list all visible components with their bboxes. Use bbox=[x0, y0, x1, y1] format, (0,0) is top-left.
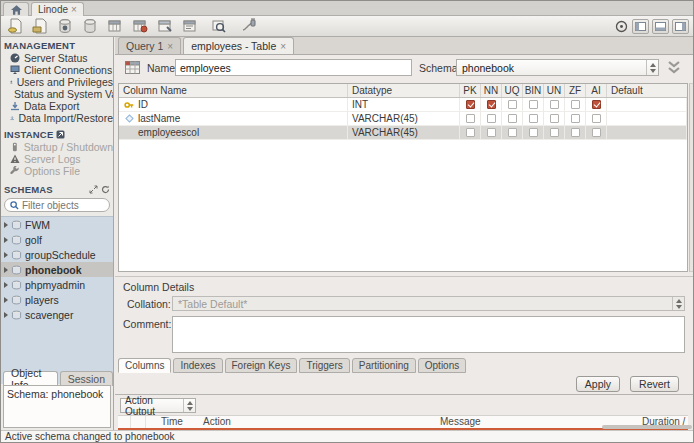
close-tab-icon[interactable]: × bbox=[167, 41, 173, 52]
sidebar-item-status-system-variables[interactable]: Status and System Variables bbox=[1, 88, 113, 100]
header-un[interactable]: UN bbox=[544, 84, 565, 97]
schema-filter-input[interactable] bbox=[22, 200, 102, 211]
create-routine-button[interactable] bbox=[181, 18, 199, 35]
close-tab-icon[interactable]: × bbox=[280, 41, 286, 52]
ai-checkbox[interactable] bbox=[592, 114, 601, 123]
tab-options[interactable]: Options bbox=[418, 358, 466, 373]
expander-icon[interactable] bbox=[4, 297, 8, 303]
sidebar-item-users-privileges[interactable]: Users and Privileges bbox=[1, 76, 113, 88]
new-sql-tab-button[interactable] bbox=[6, 18, 24, 35]
expander-icon[interactable] bbox=[4, 282, 8, 288]
nn-checkbox[interactable] bbox=[487, 114, 496, 123]
header-time[interactable]: Time bbox=[146, 416, 199, 428]
header-datatype[interactable]: Datatype bbox=[348, 84, 460, 97]
schema-row-golf[interactable]: golf bbox=[1, 232, 113, 247]
un-checkbox[interactable] bbox=[550, 128, 559, 137]
column-row-employeescol[interactable]: employeescol VARCHAR(45) bbox=[119, 126, 687, 140]
header-bin[interactable]: BIN bbox=[523, 84, 544, 97]
cell-zf[interactable] bbox=[565, 112, 586, 125]
cell-nn[interactable] bbox=[481, 126, 502, 139]
revert-button[interactable]: Revert bbox=[630, 376, 679, 392]
sidebar-item-options-file[interactable]: Options File bbox=[1, 165, 113, 177]
uq-checkbox[interactable] bbox=[508, 114, 517, 123]
spinner-icon[interactable] bbox=[646, 60, 658, 75]
cell-uq[interactable] bbox=[502, 98, 523, 111]
create-schema-button[interactable] bbox=[56, 18, 74, 35]
cell-pk[interactable] bbox=[460, 112, 481, 125]
comment-textarea[interactable] bbox=[172, 316, 685, 353]
reconnect-dbms-button[interactable] bbox=[239, 18, 257, 35]
schema-row-players[interactable]: players bbox=[1, 292, 113, 307]
search-table-data-button[interactable] bbox=[210, 18, 228, 35]
open-sql-script-button[interactable] bbox=[31, 18, 49, 35]
schema-row-phpmyadmin[interactable]: phpmyadmin bbox=[1, 277, 113, 292]
tab-indexes[interactable]: Indexes bbox=[173, 358, 222, 373]
schema-select[interactable]: phonebook bbox=[456, 59, 659, 76]
spinner-icon[interactable] bbox=[672, 297, 684, 310]
header-uq[interactable]: UQ bbox=[502, 84, 523, 97]
cell-bin[interactable] bbox=[523, 126, 544, 139]
tab-partitioning[interactable]: Partitioning bbox=[352, 358, 416, 373]
bin-checkbox[interactable] bbox=[529, 114, 538, 123]
cell-bin[interactable] bbox=[523, 112, 544, 125]
schema-row-phonebook[interactable]: phonebook bbox=[1, 262, 113, 277]
cell-datatype[interactable]: VARCHAR(45) bbox=[348, 112, 460, 125]
table-name-input[interactable] bbox=[175, 59, 412, 76]
header-column-name[interactable]: Column Name bbox=[119, 84, 348, 97]
connection-tab-linode[interactable]: Linode × bbox=[31, 2, 84, 16]
uq-checkbox[interactable] bbox=[508, 128, 517, 137]
cell-default[interactable] bbox=[607, 126, 687, 139]
expander-icon[interactable] bbox=[4, 222, 8, 228]
output-horizontal-scrollbar[interactable] bbox=[602, 425, 692, 429]
close-tab-icon[interactable]: × bbox=[71, 4, 77, 15]
ai-checkbox[interactable] bbox=[592, 128, 601, 137]
header-action[interactable]: Action bbox=[199, 416, 436, 428]
cell-default[interactable] bbox=[607, 112, 687, 125]
tab-session[interactable]: Session bbox=[60, 371, 113, 386]
schema-row-groupschedule[interactable]: groupSchedule bbox=[1, 247, 113, 262]
spin-down-icon[interactable] bbox=[187, 407, 193, 411]
assistance-button[interactable] bbox=[613, 18, 629, 35]
uq-checkbox[interactable] bbox=[508, 100, 517, 109]
action-output-selector[interactable]: Action Output bbox=[120, 398, 196, 413]
tab-object-info[interactable]: Object Info bbox=[3, 371, 58, 386]
expand-schemas-icon[interactable] bbox=[89, 185, 98, 194]
toggle-left-panel-button[interactable] bbox=[632, 19, 649, 34]
un-checkbox[interactable] bbox=[550, 114, 559, 123]
collation-select[interactable]: *Table Default* bbox=[172, 296, 685, 311]
collapse-editor-button[interactable] bbox=[664, 61, 684, 75]
grid-vertical-scrollbar[interactable] bbox=[689, 83, 694, 272]
cell-ai[interactable] bbox=[586, 126, 607, 139]
refresh-schemas-icon[interactable] bbox=[101, 185, 110, 194]
sidebar-item-server-logs[interactable]: Server Logs bbox=[1, 153, 113, 165]
cell-bin[interactable] bbox=[523, 98, 544, 111]
cell-uq[interactable] bbox=[502, 112, 523, 125]
spin-down-icon[interactable] bbox=[676, 305, 682, 309]
header-zf[interactable]: ZF bbox=[565, 84, 586, 97]
header-ai[interactable]: AI bbox=[586, 84, 607, 97]
schema-row-fwm[interactable]: FWM bbox=[1, 217, 113, 232]
zf-checkbox[interactable] bbox=[571, 114, 580, 123]
cell-ai[interactable] bbox=[586, 112, 607, 125]
cell-nn[interactable] bbox=[481, 98, 502, 111]
apply-button[interactable]: Apply bbox=[576, 376, 620, 392]
cell-nn[interactable] bbox=[481, 112, 502, 125]
tab-foreign-keys[interactable]: Foreign Keys bbox=[225, 358, 298, 373]
schema-row-scavenger[interactable]: scavenger bbox=[1, 307, 113, 322]
cell-zf[interactable] bbox=[565, 98, 586, 111]
alter-schema-button[interactable] bbox=[81, 18, 99, 35]
bin-checkbox[interactable] bbox=[529, 100, 538, 109]
cell-ai[interactable] bbox=[586, 98, 607, 111]
sidebar-item-client-connections[interactable]: Client Connections bbox=[1, 64, 113, 76]
header-nn[interactable]: NN bbox=[481, 84, 502, 97]
cell-un[interactable] bbox=[544, 126, 565, 139]
toggle-bottom-panel-button[interactable] bbox=[652, 19, 669, 34]
cell-un[interactable] bbox=[544, 112, 565, 125]
sidebar-item-server-status[interactable]: Server Status bbox=[1, 52, 113, 64]
spin-up-icon[interactable] bbox=[650, 63, 656, 67]
zf-checkbox[interactable] bbox=[571, 100, 580, 109]
sidebar-item-data-import-restore[interactable]: Data Import/Restore bbox=[1, 112, 113, 124]
cell-un[interactable] bbox=[544, 98, 565, 111]
cell-datatype[interactable]: INT bbox=[348, 98, 460, 111]
header-default[interactable]: Default bbox=[607, 84, 687, 97]
